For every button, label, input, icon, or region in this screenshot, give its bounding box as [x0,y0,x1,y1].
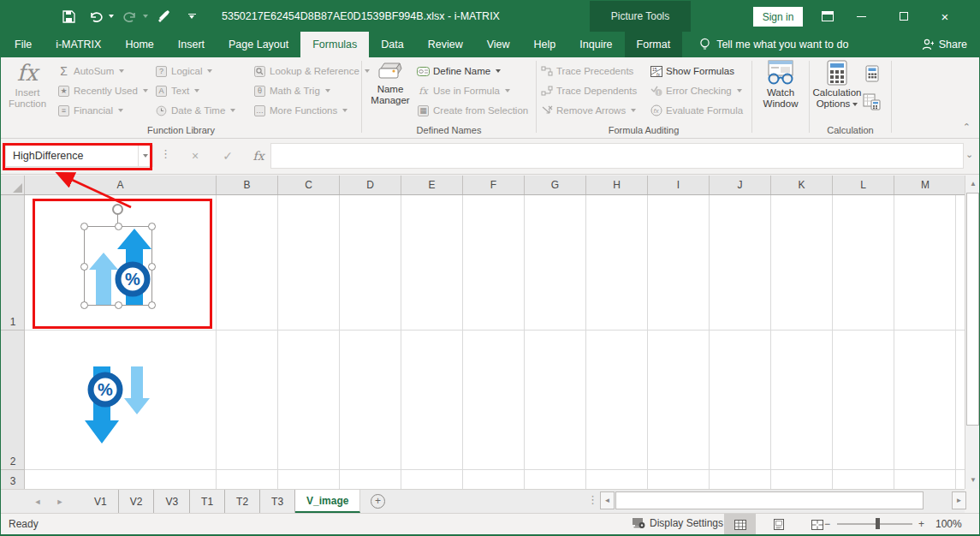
sheet-nav-right-icon[interactable]: ► [49,490,71,513]
resize-handle-s[interactable] [115,301,122,309]
vertical-scrollbar[interactable]: ▲ ▼ [965,176,980,489]
column-header-a[interactable]: A [25,176,217,194]
scroll-up-icon[interactable]: ▲ [966,176,980,191]
zoom-level-label[interactable]: 100% [935,518,962,530]
share-button[interactable]: Share [922,32,967,57]
tab-view[interactable]: View [475,32,522,57]
tab-imatrix[interactable]: i-MATRIX [44,32,113,57]
display-settings-button[interactable]: Display Settings [632,517,723,529]
column-header-b[interactable]: B [217,176,278,194]
calculate-sheet-button[interactable] [863,93,882,114]
column-header-m[interactable]: M [894,176,956,194]
tab-file[interactable]: File [1,32,44,57]
vertical-scrollbar-thumb[interactable] [966,193,979,426]
minimize-button[interactable] [846,1,876,32]
zoom-slider-thumb[interactable] [876,518,880,529]
zoom-in-button[interactable]: + [918,518,924,530]
magnifier-icon [253,65,266,78]
tab-home[interactable]: Home [113,32,165,57]
column-header-l[interactable]: L [833,176,894,194]
tab-review[interactable]: Review [416,32,475,57]
sheet-tab-v-image-active[interactable]: V_image [295,490,360,513]
format-painter-icon[interactable] [153,5,175,27]
tab-help[interactable]: Help [522,32,568,57]
create-from-selection-button: ▦ Create from Selection [417,101,528,120]
horizontal-scrollbar-thumb[interactable] [615,491,924,509]
ribbon-display-options-icon[interactable] [814,1,841,32]
sheet-tab-t1[interactable]: T1 [190,490,225,513]
new-sheet-button[interactable]: + [360,490,395,513]
scroll-right-icon[interactable]: ► [952,491,966,509]
save-icon[interactable] [57,5,80,27]
column-header-c[interactable]: C [278,176,340,194]
group-label-function-library: Function Library [1,125,361,135]
horizontal-scrollbar[interactable]: ◄ ► [600,491,966,509]
tab-formulas[interactable]: Formulas [300,32,369,57]
sheet-tab-v3[interactable]: V3 [154,490,190,513]
show-formulas-button[interactable]: 15fx Show Formulas [650,62,743,80]
scroll-down-icon[interactable]: ▼ [966,473,980,487]
name-box[interactable]: HighDifference [5,145,139,167]
insert-function-fx-button[interactable]: fx [246,145,271,167]
close-button[interactable]: × [930,1,959,32]
calculate-now-button[interactable] [864,65,880,86]
sign-in-button[interactable]: Sign in [753,7,803,27]
zoom-out-button[interactable]: − [824,518,830,530]
column-header-f[interactable]: F [463,176,525,194]
tab-insert[interactable]: Insert [166,32,217,57]
use-in-formula-fx-icon: fx [417,85,430,98]
resize-handle-sw[interactable] [80,301,88,309]
scroll-left-icon[interactable]: ◄ [600,491,615,509]
column-header-e[interactable]: E [401,176,463,194]
tab-inquire[interactable]: Inquire [567,32,624,57]
define-name-button[interactable]: Define Name [417,62,528,80]
trace-dependents-button: Trace Dependents [540,81,637,100]
column-header-k[interactable]: K [771,176,833,194]
column-header-j[interactable]: J [710,176,771,194]
row-header-2[interactable]: 2 [1,331,25,470]
sheet-tab-v2[interactable]: V2 [119,490,155,513]
name-manager-icon [376,60,405,82]
collapse-ribbon-icon[interactable]: ⌃ [963,122,971,133]
resize-handle-ne[interactable] [148,223,156,230]
select-all-corner[interactable] [1,176,25,194]
tab-format[interactable]: Format [625,32,683,57]
undo-button[interactable] [85,5,114,27]
tab-page-layout[interactable]: Page Layout [217,32,300,57]
remove-arrows-button: Remove Arrows [540,101,637,120]
watch-window-button[interactable]: WatchWindow [756,60,805,133]
resize-handle-se[interactable] [148,301,156,309]
column-header-i[interactable]: I [648,176,710,194]
formula-bar-expand-icon[interactable]: ⌄ [965,149,973,160]
excel-window: 5350217E62454D8B87AE0D1539BF994B.xlsx - … [0,0,980,536]
resize-handle-nw[interactable] [80,223,88,230]
row-header-1[interactable]: 1 [1,195,25,331]
row-header-3[interactable]: 3 [1,470,25,489]
name-box-dropdown[interactable] [139,145,153,167]
customize-qat-icon[interactable] [181,5,203,27]
name-manager-button[interactable]: NameManager [365,60,415,133]
svg-text:!: ! [657,89,659,97]
view-page-layout-button[interactable] [763,514,794,535]
column-header-g[interactable]: G [525,176,586,194]
rotate-handle[interactable] [112,204,123,215]
column-header-h[interactable]: H [586,176,648,194]
tab-data[interactable]: Data [369,32,415,57]
resize-handle-e[interactable] [148,263,156,271]
resize-handle-n[interactable] [115,223,122,230]
maximize-button[interactable] [889,1,918,32]
sheetbar-separator-dots: ⋮ [587,493,598,506]
low-difference-picture[interactable]: % [80,366,153,444]
resize-handle-w[interactable] [80,263,88,271]
calculation-options-button[interactable]: CalculationOptions [812,60,862,133]
formula-input[interactable] [270,143,964,169]
sheet-tab-v1[interactable]: V1 [83,490,119,513]
sheet-nav-left-icon[interactable]: ◄ [27,490,49,513]
sheet-tab-t2[interactable]: T2 [225,490,260,513]
sheet-tab-t3[interactable]: T3 [260,490,295,513]
tell-me-box[interactable]: Tell me what you want to do [682,32,848,57]
ribbon-tab-row: File i-MATRIX Home Insert Page Layout Fo… [1,32,979,57]
zoom-slider-track[interactable] [837,523,912,525]
view-normal-button[interactable] [724,514,756,535]
column-header-d[interactable]: D [340,176,401,194]
